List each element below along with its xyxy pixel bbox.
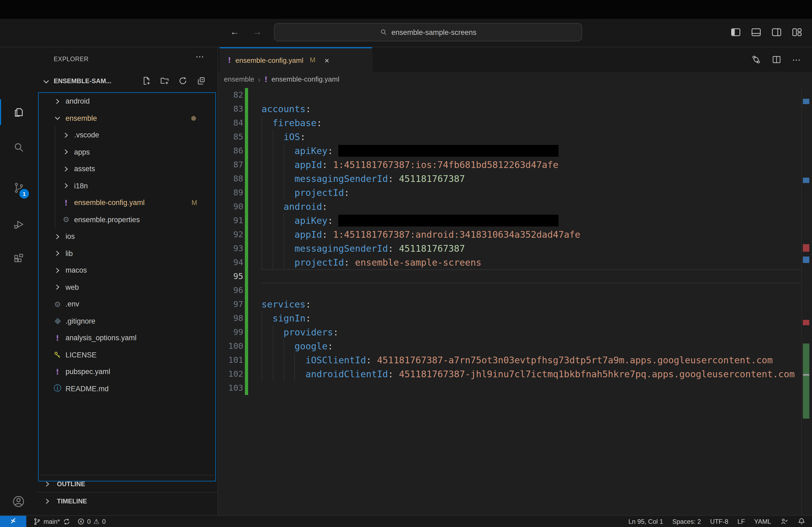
open-changes-icon[interactable]	[751, 55, 761, 64]
search-icon	[380, 28, 388, 36]
yaml-file-icon: !	[56, 367, 59, 376]
tree-item-pubspec.yaml[interactable]: !pubspec.yaml	[39, 363, 215, 380]
code-line-88[interactable]: 88messagingSenderId: 451181767387	[218, 171, 812, 185]
tree-item-LICENSE[interactable]: LICENSE	[39, 346, 215, 363]
panel-label: OUTLINE	[57, 480, 85, 487]
customize-layout-icon[interactable]	[791, 26, 802, 37]
code-line-99[interactable]: 99providers:	[218, 325, 812, 339]
title-bar: ← → ensemble-sample-screens	[0, 19, 812, 47]
activity-run-debug-icon[interactable]	[0, 211, 37, 237]
ruler-mark	[803, 374, 809, 376]
git-added-gutter	[245, 255, 248, 269]
line-number: 90	[218, 199, 243, 213]
breadcrumb-file[interactable]: ensemble-config.yaml	[272, 75, 339, 83]
search-value: ensemble-sample-screens	[392, 28, 477, 36]
close-icon[interactable]: ×	[325, 56, 330, 65]
code-line-83[interactable]: 83accounts:	[218, 102, 812, 116]
activity-search-icon[interactable]	[0, 135, 37, 161]
forward-arrow-icon[interactable]: →	[250, 25, 264, 39]
feedback-icon[interactable]	[780, 517, 788, 525]
tree-item-ios[interactable]: ios	[39, 228, 215, 245]
code-area[interactable]: 8283accounts:84firebase:85iOS:86apiKey: …	[218, 86, 812, 515]
code-line-92[interactable]: 92appId: 1:451181767387:android:34183106…	[218, 227, 812, 241]
toggle-panel-icon[interactable]	[750, 26, 762, 37]
activity-extensions-icon[interactable]	[0, 246, 37, 272]
tree-item-.gitignore[interactable]: .gitignore	[39, 313, 215, 330]
breadcrumb-folder[interactable]: ensemble	[224, 75, 254, 83]
tree-item-lib[interactable]: lib	[39, 245, 215, 262]
tree-item-analysis_options.yaml[interactable]: !analysis_options.yaml	[39, 330, 215, 346]
code-line-90[interactable]: 90android:	[218, 199, 812, 213]
chevron-right-icon	[62, 131, 70, 139]
toggle-primary-sidebar-icon[interactable]	[730, 26, 741, 37]
tree-item-label: .gitignore	[66, 317, 95, 325]
notifications-bell-icon[interactable]	[798, 517, 806, 525]
tree-item-ensemble-config.yaml[interactable]: !ensemble-config.yamlM	[39, 194, 215, 211]
activity-source-control-icon[interactable]	[0, 175, 37, 201]
tree-item-web[interactable]: web	[39, 279, 215, 296]
language-mode[interactable]: YAML	[754, 517, 771, 525]
code-line-89[interactable]: 89projectId:	[218, 185, 812, 199]
tab-modified-badge: M	[310, 56, 316, 64]
ruler-mark	[803, 178, 809, 183]
code-line-96[interactable]: 96	[218, 283, 812, 297]
code-line-87[interactable]: 87appId: 1:451181767387:ios:74fb681bd581…	[218, 157, 812, 171]
code-line-100[interactable]: 100google:	[218, 339, 812, 353]
tree-item-i18n[interactable]: i18n	[39, 177, 215, 194]
tree-item-apps[interactable]: apps	[39, 144, 215, 161]
git-file-icon	[54, 318, 61, 325]
back-arrow-icon[interactable]: ←	[228, 25, 242, 39]
split-editor-icon[interactable]	[772, 55, 781, 64]
code-line-103[interactable]: 103	[218, 381, 812, 395]
line-number: 88	[218, 171, 243, 185]
git-added-gutter	[245, 144, 248, 157]
code-line-102[interactable]: 102androidClientId: 451181767387-jhl9inu…	[218, 367, 812, 381]
code-line-82[interactable]: 82	[218, 88, 812, 102]
refresh-icon[interactable]	[178, 76, 187, 85]
git-branch-item[interactable]: main*	[33, 517, 70, 525]
tree-item-.vscode[interactable]: .vscode	[39, 127, 215, 144]
code-line-101[interactable]: 101iOSClientId: 451181767387-a7rn75ot3n0…	[218, 353, 812, 367]
indentation[interactable]: Spaces: 2	[672, 517, 701, 525]
more-actions-icon[interactable]: ⋯	[792, 55, 801, 65]
code-line-94[interactable]: 94projectId: ensemble-sample-screens	[218, 255, 812, 269]
remote-indicator[interactable]	[0, 516, 26, 527]
line-number: 86	[218, 144, 243, 157]
line-number: 99	[218, 325, 243, 339]
code-line-98[interactable]: 98signIn:	[218, 311, 812, 325]
activity-accounts-icon[interactable]	[0, 488, 37, 514]
line-number: 103	[218, 381, 243, 395]
encoding[interactable]: UTF-8	[710, 517, 728, 525]
tree-item-android[interactable]: android	[39, 93, 215, 110]
new-folder-icon[interactable]	[160, 76, 169, 85]
code-line-93[interactable]: 93messagingSenderId: 451181767387	[218, 241, 812, 255]
tree-item-macos[interactable]: macos	[39, 262, 215, 279]
new-file-icon[interactable]	[142, 76, 151, 85]
eol[interactable]: LF	[737, 517, 745, 525]
problems-item[interactable]: 0 ⚠ 0	[77, 517, 105, 525]
toggle-secondary-sidebar-icon[interactable]	[771, 26, 782, 37]
line-number: 95	[218, 269, 243, 283]
tree-item-README.md[interactable]: ⓘREADME.md	[39, 380, 215, 397]
panel-header-outline[interactable]: OUTLINE	[37, 475, 218, 492]
code-line-91[interactable]: 91apiKey:	[218, 213, 812, 227]
workspace-section-header[interactable]: ENSEMBLE-SAM...	[37, 72, 218, 92]
git-added-gutter	[245, 283, 248, 297]
code-line-85[interactable]: 85iOS:	[218, 130, 812, 144]
tree-item-assets[interactable]: assets	[39, 161, 215, 177]
tree-item-.env[interactable]: ⚙.env	[39, 296, 215, 313]
cursor-position[interactable]: Ln 95, Col 1	[628, 517, 663, 525]
branch-icon	[33, 517, 41, 525]
command-center-search[interactable]: ensemble-sample-screens	[274, 23, 582, 41]
code-line-95[interactable]: 95	[218, 269, 812, 283]
tree-item-ensemble[interactable]: ensemble	[39, 110, 215, 127]
sidebar-more-actions-icon[interactable]: ⋯	[195, 51, 205, 62]
code-line-86[interactable]: 86apiKey:	[218, 144, 812, 157]
code-line-84[interactable]: 84firebase:	[218, 116, 812, 130]
code-line-97[interactable]: 97services:	[218, 297, 812, 311]
tree-item-ensemble.properties[interactable]: ⚙ensemble.properties	[39, 211, 215, 228]
collapse-folders-icon[interactable]	[197, 76, 206, 85]
activity-explorer-icon[interactable]	[0, 99, 37, 125]
tab-ensemble-config[interactable]: ! ensemble-config.yaml M ×	[220, 47, 372, 72]
panel-header-timeline[interactable]: TIMELINE	[37, 492, 218, 509]
